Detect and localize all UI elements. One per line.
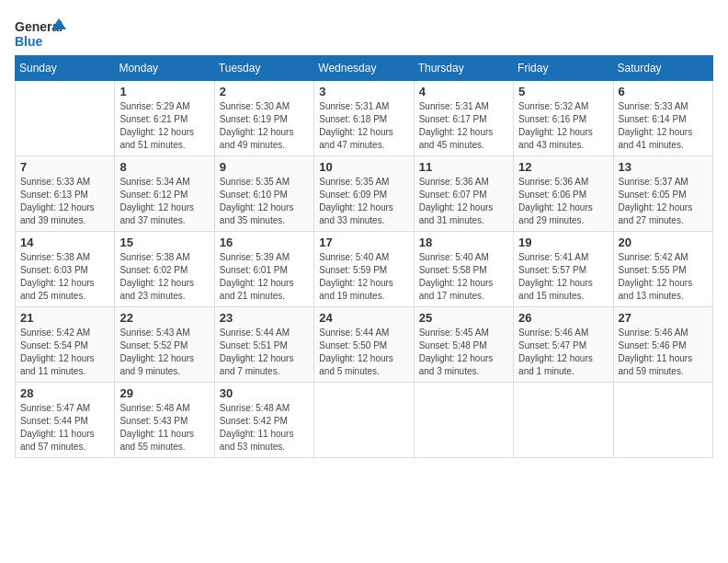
calendar-cell: 30Sunrise: 5:48 AMSunset: 5:42 PMDayligh… <box>214 383 313 458</box>
day-number: 26 <box>518 311 608 325</box>
day-info: Sunrise: 5:38 AMSunset: 6:02 PMDaylight:… <box>119 251 209 303</box>
calendar-week-5: 28Sunrise: 5:47 AMSunset: 5:44 PMDayligh… <box>16 383 713 458</box>
day-info: Sunrise: 5:37 AMSunset: 6:05 PMDaylight:… <box>619 176 708 227</box>
day-number: 30 <box>220 386 309 400</box>
day-number: 12 <box>518 160 608 174</box>
day-number: 21 <box>20 311 109 325</box>
day-number: 11 <box>419 160 508 174</box>
weekday-header-thursday: Thursday <box>414 56 513 81</box>
calendar-cell: 29Sunrise: 5:48 AMSunset: 5:43 PMDayligh… <box>115 383 214 458</box>
calendar-cell: 26Sunrise: 5:46 AMSunset: 5:47 PMDayligh… <box>514 307 613 383</box>
calendar-cell: 18Sunrise: 5:40 AMSunset: 5:58 PMDayligh… <box>414 232 513 307</box>
calendar-cell: 10Sunrise: 5:35 AMSunset: 6:09 PMDayligh… <box>314 156 414 232</box>
day-info: Sunrise: 5:45 AMSunset: 5:48 PMDaylight:… <box>419 327 508 378</box>
calendar-cell: 24Sunrise: 5:44 AMSunset: 5:50 PMDayligh… <box>314 307 414 383</box>
day-info: Sunrise: 5:30 AMSunset: 6:19 PMDaylight:… <box>220 100 309 152</box>
day-info: Sunrise: 5:35 AMSunset: 6:09 PMDaylight:… <box>319 176 408 227</box>
day-number: 9 <box>220 160 309 174</box>
calendar-cell: 14Sunrise: 5:38 AMSunset: 6:03 PMDayligh… <box>16 232 115 307</box>
day-info: Sunrise: 5:40 AMSunset: 5:58 PMDaylight:… <box>419 251 508 303</box>
calendar-cell: 22Sunrise: 5:43 AMSunset: 5:52 PMDayligh… <box>115 307 214 383</box>
day-number: 14 <box>20 236 109 249</box>
day-info: Sunrise: 5:43 AMSunset: 5:52 PMDaylight:… <box>119 327 209 378</box>
calendar-week-2: 7Sunrise: 5:33 AMSunset: 6:13 PMDaylight… <box>16 156 713 232</box>
day-info: Sunrise: 5:46 AMSunset: 5:46 PMDaylight:… <box>619 327 708 378</box>
calendar-cell: 1Sunrise: 5:29 AMSunset: 6:21 PMDaylight… <box>115 81 214 156</box>
weekday-header-friday: Friday <box>514 56 613 81</box>
calendar-cell: 12Sunrise: 5:36 AMSunset: 6:06 PMDayligh… <box>514 156 613 232</box>
day-number: 25 <box>419 311 508 325</box>
calendar-cell: 11Sunrise: 5:36 AMSunset: 6:07 PMDayligh… <box>414 156 513 232</box>
logo-svg: General Blue <box>15 15 70 52</box>
logo: General Blue <box>15 15 70 52</box>
day-number: 19 <box>518 236 608 249</box>
weekday-header-sunday: Sunday <box>16 56 115 81</box>
calendar-week-4: 21Sunrise: 5:42 AMSunset: 5:54 PMDayligh… <box>16 307 713 383</box>
calendar-cell: 15Sunrise: 5:38 AMSunset: 6:02 PMDayligh… <box>115 232 214 307</box>
calendar-cell: 27Sunrise: 5:46 AMSunset: 5:46 PMDayligh… <box>613 307 712 383</box>
day-number: 24 <box>319 311 408 325</box>
day-info: Sunrise: 5:38 AMSunset: 6:03 PMDaylight:… <box>20 251 109 303</box>
day-number: 18 <box>419 236 508 249</box>
day-info: Sunrise: 5:47 AMSunset: 5:44 PMDaylight:… <box>20 402 109 454</box>
calendar-table: SundayMondayTuesdayWednesdayThursdayFrid… <box>15 55 713 458</box>
weekday-header-saturday: Saturday <box>613 56 712 81</box>
day-info: Sunrise: 5:46 AMSunset: 5:47 PMDaylight:… <box>518 327 608 378</box>
day-number: 20 <box>619 236 708 249</box>
day-number: 6 <box>619 85 708 98</box>
calendar-header-row: SundayMondayTuesdayWednesdayThursdayFrid… <box>16 56 713 81</box>
day-info: Sunrise: 5:35 AMSunset: 6:10 PMDaylight:… <box>220 176 309 227</box>
day-info: Sunrise: 5:33 AMSunset: 6:13 PMDaylight:… <box>20 176 109 227</box>
day-info: Sunrise: 5:39 AMSunset: 6:01 PMDaylight:… <box>220 251 309 303</box>
calendar-cell: 20Sunrise: 5:42 AMSunset: 5:55 PMDayligh… <box>613 232 712 307</box>
day-info: Sunrise: 5:33 AMSunset: 6:14 PMDaylight:… <box>619 100 708 152</box>
calendar-cell: 16Sunrise: 5:39 AMSunset: 6:01 PMDayligh… <box>214 232 313 307</box>
day-number: 28 <box>20 386 109 400</box>
day-number: 22 <box>119 311 209 325</box>
day-number: 23 <box>220 311 309 325</box>
day-number: 27 <box>619 311 708 325</box>
calendar-cell: 5Sunrise: 5:32 AMSunset: 6:16 PMDaylight… <box>514 81 613 156</box>
day-info: Sunrise: 5:44 AMSunset: 5:51 PMDaylight:… <box>220 327 309 378</box>
calendar-cell: 9Sunrise: 5:35 AMSunset: 6:10 PMDaylight… <box>214 156 313 232</box>
day-number: 17 <box>319 236 408 249</box>
day-info: Sunrise: 5:48 AMSunset: 5:42 PMDaylight:… <box>220 402 309 454</box>
calendar-cell: 28Sunrise: 5:47 AMSunset: 5:44 PMDayligh… <box>16 383 115 458</box>
day-number: 15 <box>119 236 209 249</box>
weekday-header-monday: Monday <box>115 56 214 81</box>
calendar-cell: 21Sunrise: 5:42 AMSunset: 5:54 PMDayligh… <box>16 307 115 383</box>
day-info: Sunrise: 5:42 AMSunset: 5:55 PMDaylight:… <box>619 251 708 303</box>
calendar-cell: 25Sunrise: 5:45 AMSunset: 5:48 PMDayligh… <box>414 307 513 383</box>
day-number: 8 <box>119 160 209 174</box>
day-info: Sunrise: 5:32 AMSunset: 6:16 PMDaylight:… <box>518 100 608 152</box>
page-header: General Blue <box>15 15 713 52</box>
day-info: Sunrise: 5:31 AMSunset: 6:18 PMDaylight:… <box>319 100 408 152</box>
day-number: 13 <box>619 160 708 174</box>
calendar-cell: 19Sunrise: 5:41 AMSunset: 5:57 PMDayligh… <box>514 232 613 307</box>
calendar-week-3: 14Sunrise: 5:38 AMSunset: 6:03 PMDayligh… <box>16 232 713 307</box>
day-info: Sunrise: 5:41 AMSunset: 5:57 PMDaylight:… <box>518 251 608 303</box>
day-number: 5 <box>518 85 608 98</box>
weekday-header-tuesday: Tuesday <box>214 56 313 81</box>
day-info: Sunrise: 5:48 AMSunset: 5:43 PMDaylight:… <box>119 402 209 454</box>
calendar-cell: 6Sunrise: 5:33 AMSunset: 6:14 PMDaylight… <box>613 81 712 156</box>
calendar-cell: 23Sunrise: 5:44 AMSunset: 5:51 PMDayligh… <box>214 307 313 383</box>
calendar-cell <box>514 383 613 458</box>
calendar-cell: 17Sunrise: 5:40 AMSunset: 5:59 PMDayligh… <box>314 232 414 307</box>
day-info: Sunrise: 5:34 AMSunset: 6:12 PMDaylight:… <box>119 176 209 227</box>
day-number: 4 <box>419 85 508 98</box>
weekday-header-wednesday: Wednesday <box>314 56 414 81</box>
day-number: 1 <box>119 85 209 98</box>
day-number: 29 <box>119 386 209 400</box>
calendar-week-1: 1Sunrise: 5:29 AMSunset: 6:21 PMDaylight… <box>16 81 713 156</box>
calendar-cell: 2Sunrise: 5:30 AMSunset: 6:19 PMDaylight… <box>214 81 313 156</box>
day-info: Sunrise: 5:31 AMSunset: 6:17 PMDaylight:… <box>419 100 508 152</box>
calendar-cell: 4Sunrise: 5:31 AMSunset: 6:17 PMDaylight… <box>414 81 513 156</box>
calendar-cell: 7Sunrise: 5:33 AMSunset: 6:13 PMDaylight… <box>16 156 115 232</box>
calendar-cell <box>613 383 712 458</box>
calendar-cell: 3Sunrise: 5:31 AMSunset: 6:18 PMDaylight… <box>314 81 414 156</box>
day-info: Sunrise: 5:36 AMSunset: 6:07 PMDaylight:… <box>419 176 508 227</box>
day-number: 2 <box>220 85 309 98</box>
calendar-cell <box>414 383 513 458</box>
svg-text:Blue: Blue <box>15 34 43 49</box>
